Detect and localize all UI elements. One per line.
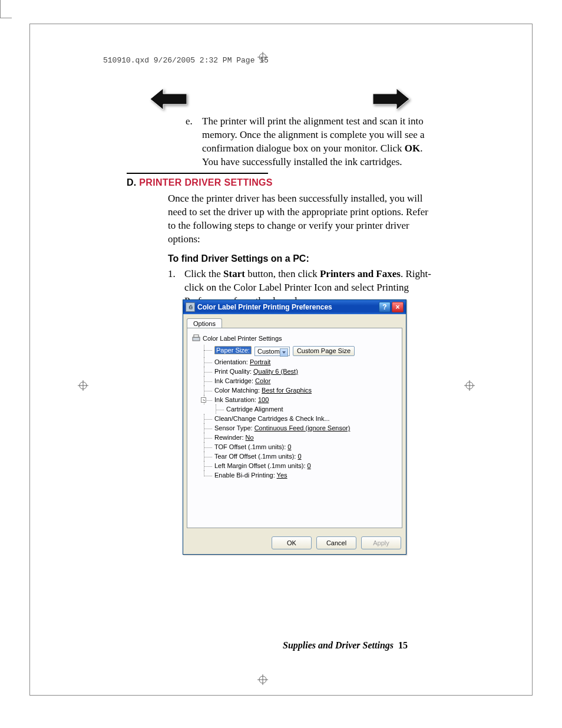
ok-button[interactable]: OK <box>272 536 312 549</box>
collapse-icon[interactable]: - <box>201 397 206 403</box>
tree-item-label: Ink Cartridge: <box>214 377 255 384</box>
list-marker: 1. <box>168 268 184 308</box>
tree-item-value[interactable]: Continuous Feed (ignore Sensor) <box>254 424 351 431</box>
tree-item-label: Cartridge Alignment <box>226 406 283 413</box>
tree-item-paper-size[interactable]: Paper Size: Custom Custom Page Size <box>198 345 397 357</box>
tree-item-value[interactable]: Portrait <box>250 358 270 365</box>
crop-mark-icon <box>0 18 12 18</box>
close-button[interactable]: × <box>392 302 404 312</box>
printer-icon <box>192 334 200 342</box>
custom-page-size-button[interactable]: Custom Page Size <box>293 346 355 356</box>
settings-tree: Paper Size: Custom Custom Page Size Orie… <box>198 345 397 480</box>
tree-item[interactable]: Rewinder: No <box>198 433 397 442</box>
svg-marker-13 <box>373 88 409 110</box>
tree-item-value[interactable]: No <box>246 434 254 441</box>
tree-item[interactable]: Cartridge Alignment <box>198 404 397 414</box>
tree-item-label: Left Margin Offset (.1mm units): <box>214 462 308 469</box>
registration-mark-icon <box>464 380 475 391</box>
sub-heading: To find Driver Settings on a PC: <box>168 252 433 265</box>
section-heading: D. PRINTER DRIVER SETTINGS <box>127 176 433 189</box>
tree-item-value[interactable]: Best for Graphics <box>262 387 312 394</box>
slug-line: 510910.qxd 9/26/2005 2:32 PM Page 15 <box>103 56 269 65</box>
tree-item-label: Orientation: <box>214 358 250 365</box>
tree-root[interactable]: Color Label Printer Settings <box>192 334 397 342</box>
apply-button[interactable]: Apply <box>361 536 401 549</box>
tab-options[interactable]: Options <box>187 318 222 328</box>
tree-item-label: Sensor Type: <box>214 424 254 431</box>
list-item-e: e. The printer will print the alignment … <box>127 115 433 169</box>
dialog-title: Color Label Printer Printing Preferences <box>197 303 332 311</box>
tree-item[interactable]: Tear Off Offset (.1mm units): 0 <box>198 452 397 461</box>
tree-item[interactable]: Clean/Change Cartridges & Check Ink... <box>198 414 397 423</box>
tree-item-value[interactable]: 100 <box>258 396 269 403</box>
tree-item[interactable]: Ink Cartridge: Color <box>198 376 397 386</box>
tree-item-label: Enable Bi-di Printing: <box>214 472 277 479</box>
page-footer: Supplies and Driver Settings 15 <box>283 640 408 651</box>
tree-item-label: Tear Off Offset (.1mm units): <box>214 453 297 460</box>
tree-item[interactable]: -Ink Saturation: 100 <box>198 395 397 404</box>
help-button[interactable]: ? <box>379 302 391 312</box>
tree-item[interactable]: Left Margin Offset (.1mm units): 0 <box>198 461 397 470</box>
tree-item[interactable]: Print Quality: Quality 6 (Best) <box>198 367 397 376</box>
tree-item[interactable]: TOF Offset (.1mm units): 0 <box>198 442 397 452</box>
svg-rect-14 <box>193 337 200 341</box>
tree-item-label: Color Matching: <box>214 387 262 394</box>
tree-item-label: Print Quality: <box>214 368 253 375</box>
tree-item-label: Clean/Change Cartridges & Check Ink... <box>214 415 330 422</box>
arrow-left-icon[interactable] <box>150 88 187 112</box>
cancel-button[interactable]: Cancel <box>316 536 356 549</box>
printing-preferences-dialog: ⎙ Color Label Printer Printing Preferenc… <box>183 299 406 555</box>
tree-item-label: Ink Saturation: <box>214 396 258 403</box>
registration-mark-icon <box>257 52 268 62</box>
crop-mark-icon <box>0 0 1 18</box>
tree-item[interactable]: Color Matching: Best for Graphics <box>198 386 397 395</box>
intro-paragraph: Once the printer driver has been success… <box>168 192 433 246</box>
tree-item-label: Rewinder: <box>214 434 246 441</box>
arrow-right-icon[interactable] <box>373 88 409 112</box>
tree-item-value[interactable]: 0 <box>287 443 291 450</box>
tree-item[interactable]: Orientation: Portrait <box>198 357 397 367</box>
tree-item-value[interactable]: 0 <box>297 453 301 460</box>
list-marker: e. <box>186 115 202 169</box>
tree-item-label: TOF Offset (.1mm units): <box>214 443 287 450</box>
tree-item-value[interactable]: 0 <box>308 462 311 469</box>
registration-mark-icon <box>257 674 268 685</box>
tree-item-value[interactable]: Yes <box>277 472 287 479</box>
svg-marker-12 <box>150 88 187 110</box>
tree-item-value[interactable]: Quality 6 (Best) <box>253 368 298 375</box>
tree-item[interactable]: Enable Bi-di Printing: Yes <box>198 470 397 480</box>
registration-mark-icon <box>78 380 88 391</box>
tree-item[interactable]: Sensor Type: Continuous Feed (ignore Sen… <box>198 423 397 433</box>
printer-icon: ⎙ <box>186 302 195 312</box>
dialog-footer: OK Cancel Apply <box>183 532 406 554</box>
tree-item-value[interactable]: Color <box>255 377 270 384</box>
divider <box>127 173 268 174</box>
list-item-text: The printer will print the alignment tes… <box>202 115 433 169</box>
options-panel: Color Label Printer Settings Paper Size:… <box>187 328 402 528</box>
paper-size-dropdown[interactable]: Custom <box>254 347 290 356</box>
dialog-titlebar[interactable]: ⎙ Color Label Printer Printing Preferenc… <box>183 300 406 314</box>
svg-rect-15 <box>194 335 199 337</box>
